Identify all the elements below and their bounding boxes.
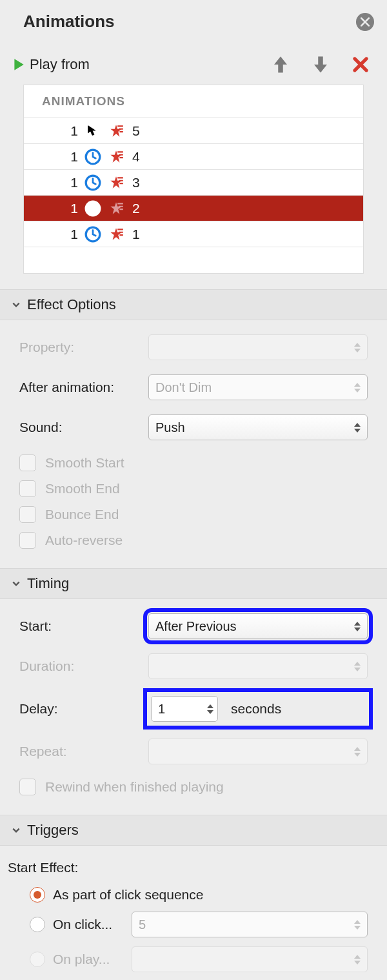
animation-target: 2 [130, 201, 345, 216]
start-value: After Previous [155, 619, 237, 634]
repeat-label: Repeat: [19, 744, 148, 759]
duration-select [148, 653, 368, 679]
animation-seq: 1 [42, 227, 78, 242]
section-title: Timing [27, 575, 69, 592]
clock-icon [78, 226, 103, 243]
auto-reverse-label: Auto-reverse [45, 533, 123, 548]
section-triggers[interactable]: Triggers [0, 815, 387, 846]
cursor-icon [78, 124, 103, 138]
animation-row[interactable]: 1 5 [24, 118, 363, 144]
animations-list-header: ANIMATIONS [24, 85, 363, 118]
animation-seq: 1 [42, 201, 78, 216]
animations-empty-row [24, 247, 363, 273]
smooth-start-label: Smooth Start [45, 455, 124, 471]
panel-title: Animations [23, 12, 115, 32]
animation-target: 4 [130, 149, 345, 165]
radio-click-sequence-label: As part of click sequence [53, 887, 203, 903]
radio-on-click-label: On click... [53, 917, 124, 932]
delay-value: 1 [158, 702, 203, 717]
animation-row[interactable]: 1 2 [24, 196, 363, 221]
sound-select[interactable]: Push [148, 414, 368, 440]
start-select[interactable]: After Previous [148, 613, 368, 639]
chevron-down-icon [10, 578, 22, 589]
star-lines-icon [103, 148, 130, 165]
chevron-down-icon [10, 299, 22, 311]
bounce-end-checkbox [19, 506, 36, 523]
clock-icon [78, 148, 103, 165]
sound-label: Sound: [19, 420, 148, 435]
animation-target: 5 [130, 123, 345, 139]
smooth-start-checkbox [19, 454, 36, 471]
delete-button[interactable] [351, 55, 370, 74]
delay-input[interactable]: 1 [151, 696, 218, 722]
close-icon [361, 17, 370, 26]
rewind-checkbox [19, 779, 36, 795]
animation-target: 1 [130, 227, 345, 242]
repeat-select [148, 739, 368, 764]
radio-on-play-label: On play... [53, 952, 124, 967]
play-toolbar: Play from [0, 41, 387, 81]
star-lines-icon [103, 174, 130, 191]
arrow-down-icon [312, 55, 329, 74]
star-lines-icon [103, 226, 130, 243]
move-down-button[interactable] [311, 55, 330, 74]
section-title: Triggers [27, 822, 79, 839]
animations-list: ANIMATIONS 1 5 1 4 1 3 1 2 1 1 [23, 85, 364, 274]
after-animation-label: After animation: [19, 380, 148, 395]
animation-row[interactable]: 1 4 [24, 144, 363, 170]
radio-click-sequence[interactable] [30, 887, 45, 903]
after-animation-value: Don't Dim [155, 380, 212, 395]
start-effect-label: Start Effect: [8, 860, 368, 875]
on-click-select: 5 [132, 912, 368, 937]
clock-icon [78, 174, 103, 191]
play-icon [12, 57, 26, 72]
arrow-up-icon [272, 55, 289, 74]
radio-on-click[interactable] [30, 917, 45, 932]
on-play-select [132, 946, 368, 972]
smooth-end-checkbox [19, 480, 36, 497]
animation-seq: 1 [42, 123, 78, 139]
reorder-toolbar [271, 55, 370, 74]
star-lines-icon [103, 200, 130, 217]
clock-icon [78, 200, 103, 217]
rewind-label: Rewind when finished playing [45, 779, 224, 795]
after-animation-select[interactable]: Don't Dim [148, 374, 368, 400]
section-effect-options[interactable]: Effect Options [0, 289, 387, 320]
property-select [148, 334, 368, 360]
duration-label: Duration: [19, 658, 148, 674]
bounce-end-label: Bounce End [45, 507, 119, 522]
animation-seq: 1 [42, 149, 78, 165]
animation-seq: 1 [42, 175, 78, 190]
radio-on-play [30, 952, 45, 967]
play-label: Play from [30, 56, 90, 73]
move-up-button[interactable] [271, 55, 290, 74]
delay-group: 1 seconds [148, 693, 368, 724]
property-label: Property: [19, 340, 148, 355]
chevron-down-icon [10, 824, 22, 836]
panel-header: Animations [0, 0, 387, 41]
delete-x-icon [352, 56, 369, 73]
animation-row[interactable]: 1 3 [24, 170, 363, 196]
sound-value: Push [155, 420, 185, 435]
on-click-value: 5 [139, 917, 146, 932]
auto-reverse-checkbox [19, 532, 36, 549]
play-from-button[interactable]: Play from [12, 56, 90, 73]
section-title: Effect Options [27, 296, 116, 313]
start-label: Start: [19, 618, 148, 634]
animation-target: 3 [130, 175, 345, 190]
animation-row[interactable]: 1 1 [24, 221, 363, 247]
star-lines-icon [103, 123, 130, 139]
delay-label: Delay: [19, 701, 148, 717]
delay-suffix: seconds [224, 701, 281, 717]
smooth-end-label: Smooth End [45, 481, 120, 496]
section-timing[interactable]: Timing [0, 568, 387, 599]
close-button[interactable] [356, 13, 374, 31]
